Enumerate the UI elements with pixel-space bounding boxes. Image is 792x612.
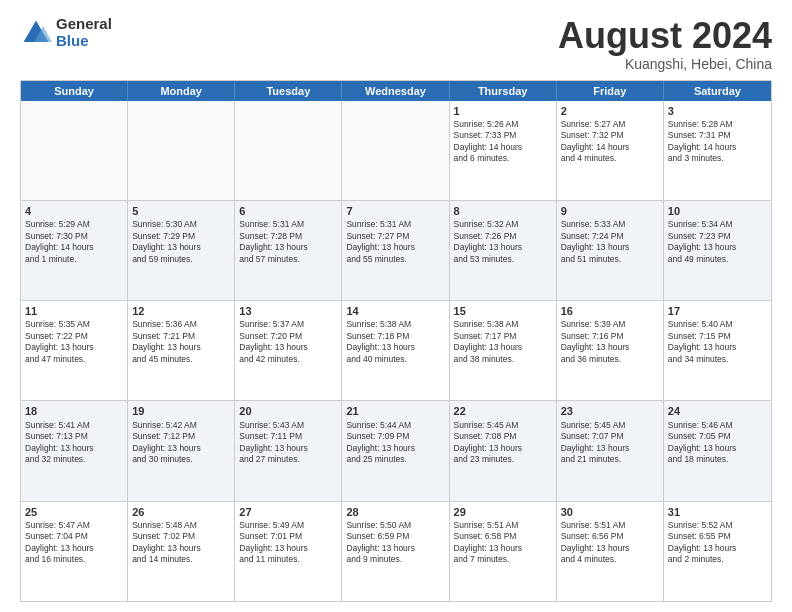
day-number: 6	[239, 204, 337, 218]
calendar-cell-25: 25Sunrise: 5:47 AM Sunset: 7:04 PM Dayli…	[21, 502, 128, 601]
day-number: 28	[346, 505, 444, 519]
day-number: 15	[454, 304, 552, 318]
day-number: 13	[239, 304, 337, 318]
day-number: 25	[25, 505, 123, 519]
location: Kuangshi, Hebei, China	[558, 56, 772, 72]
day-number: 4	[25, 204, 123, 218]
header-day-thursday: Thursday	[450, 81, 557, 101]
cell-text: Sunrise: 5:36 AM Sunset: 7:21 PM Dayligh…	[132, 319, 230, 365]
calendar-cell-18: 18Sunrise: 5:41 AM Sunset: 7:13 PM Dayli…	[21, 401, 128, 500]
cell-text: Sunrise: 5:41 AM Sunset: 7:13 PM Dayligh…	[25, 420, 123, 466]
header-day-monday: Monday	[128, 81, 235, 101]
month-title: August 2024	[558, 16, 772, 56]
day-number: 27	[239, 505, 337, 519]
logo-general: General	[56, 16, 112, 33]
day-number: 24	[668, 404, 767, 418]
cell-text: Sunrise: 5:37 AM Sunset: 7:20 PM Dayligh…	[239, 319, 337, 365]
calendar: SundayMondayTuesdayWednesdayThursdayFrid…	[20, 80, 772, 602]
cell-text: Sunrise: 5:43 AM Sunset: 7:11 PM Dayligh…	[239, 420, 337, 466]
header-day-wednesday: Wednesday	[342, 81, 449, 101]
day-number: 1	[454, 104, 552, 118]
cell-text: Sunrise: 5:34 AM Sunset: 7:23 PM Dayligh…	[668, 219, 767, 265]
cell-text: Sunrise: 5:27 AM Sunset: 7:32 PM Dayligh…	[561, 119, 659, 165]
day-number: 17	[668, 304, 767, 318]
calendar-cell-empty-0-3	[342, 101, 449, 200]
logo: General Blue	[20, 16, 112, 49]
calendar-cell-15: 15Sunrise: 5:38 AM Sunset: 7:17 PM Dayli…	[450, 301, 557, 400]
cell-text: Sunrise: 5:26 AM Sunset: 7:33 PM Dayligh…	[454, 119, 552, 165]
header-day-friday: Friday	[557, 81, 664, 101]
logo-icon	[20, 17, 52, 49]
cell-text: Sunrise: 5:49 AM Sunset: 7:01 PM Dayligh…	[239, 520, 337, 566]
cell-text: Sunrise: 5:35 AM Sunset: 7:22 PM Dayligh…	[25, 319, 123, 365]
calendar-cell-5: 5Sunrise: 5:30 AM Sunset: 7:29 PM Daylig…	[128, 201, 235, 300]
calendar-cell-2: 2Sunrise: 5:27 AM Sunset: 7:32 PM Daylig…	[557, 101, 664, 200]
calendar-cell-7: 7Sunrise: 5:31 AM Sunset: 7:27 PM Daylig…	[342, 201, 449, 300]
calendar-body: 1Sunrise: 5:26 AM Sunset: 7:33 PM Daylig…	[21, 101, 771, 601]
day-number: 3	[668, 104, 767, 118]
calendar-cell-14: 14Sunrise: 5:38 AM Sunset: 7:18 PM Dayli…	[342, 301, 449, 400]
cell-text: Sunrise: 5:32 AM Sunset: 7:26 PM Dayligh…	[454, 219, 552, 265]
day-number: 26	[132, 505, 230, 519]
title-block: August 2024 Kuangshi, Hebei, China	[558, 16, 772, 72]
day-number: 2	[561, 104, 659, 118]
calendar-row-3: 18Sunrise: 5:41 AM Sunset: 7:13 PM Dayli…	[21, 400, 771, 500]
cell-text: Sunrise: 5:42 AM Sunset: 7:12 PM Dayligh…	[132, 420, 230, 466]
day-number: 18	[25, 404, 123, 418]
cell-text: Sunrise: 5:44 AM Sunset: 7:09 PM Dayligh…	[346, 420, 444, 466]
calendar-row-0: 1Sunrise: 5:26 AM Sunset: 7:33 PM Daylig…	[21, 101, 771, 200]
cell-text: Sunrise: 5:40 AM Sunset: 7:15 PM Dayligh…	[668, 319, 767, 365]
cell-text: Sunrise: 5:31 AM Sunset: 7:27 PM Dayligh…	[346, 219, 444, 265]
page-header: General Blue August 2024 Kuangshi, Hebei…	[20, 16, 772, 72]
day-number: 8	[454, 204, 552, 218]
calendar-cell-26: 26Sunrise: 5:48 AM Sunset: 7:02 PM Dayli…	[128, 502, 235, 601]
calendar-row-1: 4Sunrise: 5:29 AM Sunset: 7:30 PM Daylig…	[21, 200, 771, 300]
calendar-row-2: 11Sunrise: 5:35 AM Sunset: 7:22 PM Dayli…	[21, 300, 771, 400]
cell-text: Sunrise: 5:39 AM Sunset: 7:16 PM Dayligh…	[561, 319, 659, 365]
calendar-cell-1: 1Sunrise: 5:26 AM Sunset: 7:33 PM Daylig…	[450, 101, 557, 200]
cell-text: Sunrise: 5:52 AM Sunset: 6:55 PM Dayligh…	[668, 520, 767, 566]
cell-text: Sunrise: 5:47 AM Sunset: 7:04 PM Dayligh…	[25, 520, 123, 566]
day-number: 7	[346, 204, 444, 218]
calendar-cell-10: 10Sunrise: 5:34 AM Sunset: 7:23 PM Dayli…	[664, 201, 771, 300]
cell-text: Sunrise: 5:33 AM Sunset: 7:24 PM Dayligh…	[561, 219, 659, 265]
calendar-cell-23: 23Sunrise: 5:45 AM Sunset: 7:07 PM Dayli…	[557, 401, 664, 500]
day-number: 30	[561, 505, 659, 519]
cell-text: Sunrise: 5:45 AM Sunset: 7:08 PM Dayligh…	[454, 420, 552, 466]
calendar-cell-31: 31Sunrise: 5:52 AM Sunset: 6:55 PM Dayli…	[664, 502, 771, 601]
calendar-header: SundayMondayTuesdayWednesdayThursdayFrid…	[21, 81, 771, 101]
calendar-cell-11: 11Sunrise: 5:35 AM Sunset: 7:22 PM Dayli…	[21, 301, 128, 400]
cell-text: Sunrise: 5:46 AM Sunset: 7:05 PM Dayligh…	[668, 420, 767, 466]
calendar-cell-27: 27Sunrise: 5:49 AM Sunset: 7:01 PM Dayli…	[235, 502, 342, 601]
calendar-cell-13: 13Sunrise: 5:37 AM Sunset: 7:20 PM Dayli…	[235, 301, 342, 400]
calendar-cell-29: 29Sunrise: 5:51 AM Sunset: 6:58 PM Dayli…	[450, 502, 557, 601]
cell-text: Sunrise: 5:28 AM Sunset: 7:31 PM Dayligh…	[668, 119, 767, 165]
calendar-cell-28: 28Sunrise: 5:50 AM Sunset: 6:59 PM Dayli…	[342, 502, 449, 601]
calendar-cell-30: 30Sunrise: 5:51 AM Sunset: 6:56 PM Dayli…	[557, 502, 664, 601]
calendar-cell-22: 22Sunrise: 5:45 AM Sunset: 7:08 PM Dayli…	[450, 401, 557, 500]
logo-text: General Blue	[56, 16, 112, 49]
day-number: 20	[239, 404, 337, 418]
day-number: 29	[454, 505, 552, 519]
day-number: 5	[132, 204, 230, 218]
calendar-cell-12: 12Sunrise: 5:36 AM Sunset: 7:21 PM Dayli…	[128, 301, 235, 400]
calendar-cell-6: 6Sunrise: 5:31 AM Sunset: 7:28 PM Daylig…	[235, 201, 342, 300]
calendar-cell-empty-0-0	[21, 101, 128, 200]
day-number: 9	[561, 204, 659, 218]
cell-text: Sunrise: 5:38 AM Sunset: 7:17 PM Dayligh…	[454, 319, 552, 365]
cell-text: Sunrise: 5:30 AM Sunset: 7:29 PM Dayligh…	[132, 219, 230, 265]
day-number: 31	[668, 505, 767, 519]
logo-blue: Blue	[56, 33, 112, 50]
calendar-row-4: 25Sunrise: 5:47 AM Sunset: 7:04 PM Dayli…	[21, 501, 771, 601]
cell-text: Sunrise: 5:51 AM Sunset: 6:56 PM Dayligh…	[561, 520, 659, 566]
day-number: 11	[25, 304, 123, 318]
day-number: 19	[132, 404, 230, 418]
day-number: 12	[132, 304, 230, 318]
calendar-cell-19: 19Sunrise: 5:42 AM Sunset: 7:12 PM Dayli…	[128, 401, 235, 500]
header-day-saturday: Saturday	[664, 81, 771, 101]
cell-text: Sunrise: 5:48 AM Sunset: 7:02 PM Dayligh…	[132, 520, 230, 566]
calendar-cell-21: 21Sunrise: 5:44 AM Sunset: 7:09 PM Dayli…	[342, 401, 449, 500]
calendar-cell-24: 24Sunrise: 5:46 AM Sunset: 7:05 PM Dayli…	[664, 401, 771, 500]
day-number: 21	[346, 404, 444, 418]
day-number: 10	[668, 204, 767, 218]
